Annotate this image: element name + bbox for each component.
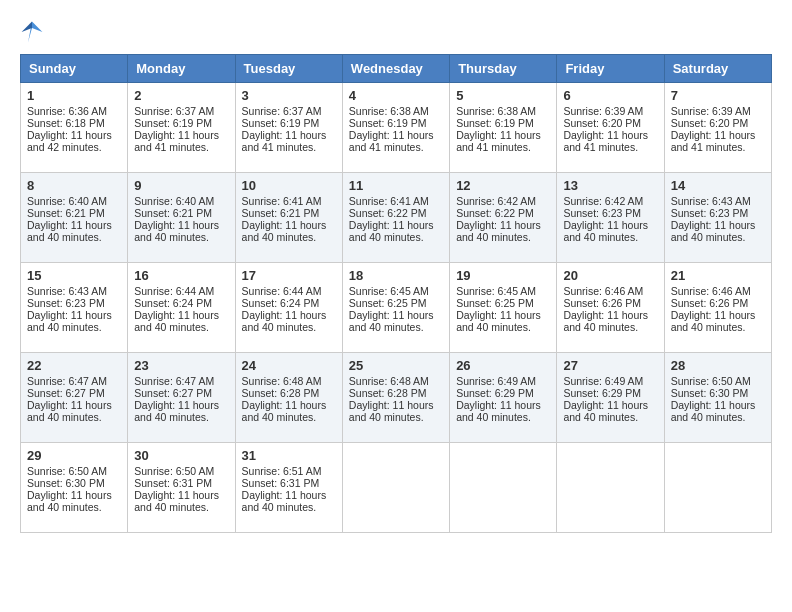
sunrise-label: Sunrise: 6:46 AM <box>671 285 751 297</box>
sunrise-label: Sunrise: 6:45 AM <box>456 285 536 297</box>
calendar-week-row: 22 Sunrise: 6:47 AM Sunset: 6:27 PM Dayl… <box>21 353 772 443</box>
calendar-cell: 30 Sunrise: 6:50 AM Sunset: 6:31 PM Dayl… <box>128 443 235 533</box>
day-number: 8 <box>27 178 121 193</box>
day-number: 24 <box>242 358 336 373</box>
day-number: 2 <box>134 88 228 103</box>
sunset-label: Sunset: 6:24 PM <box>134 297 212 309</box>
sunrise-label: Sunrise: 6:38 AM <box>456 105 536 117</box>
day-number: 13 <box>563 178 657 193</box>
daylight-label: Daylight: 11 hours and 40 minutes. <box>456 309 541 333</box>
daylight-label: Daylight: 11 hours and 41 minutes. <box>242 129 327 153</box>
sunrise-label: Sunrise: 6:44 AM <box>242 285 322 297</box>
day-number: 27 <box>563 358 657 373</box>
sunset-label: Sunset: 6:23 PM <box>563 207 641 219</box>
daylight-label: Daylight: 11 hours and 40 minutes. <box>242 489 327 513</box>
sunset-label: Sunset: 6:30 PM <box>671 387 749 399</box>
calendar-cell: 15 Sunrise: 6:43 AM Sunset: 6:23 PM Dayl… <box>21 263 128 353</box>
sunrise-label: Sunrise: 6:37 AM <box>134 105 214 117</box>
daylight-label: Daylight: 11 hours and 40 minutes. <box>134 399 219 423</box>
daylight-label: Daylight: 11 hours and 40 minutes. <box>456 399 541 423</box>
weekday-header-wednesday: Wednesday <box>342 55 449 83</box>
daylight-label: Daylight: 11 hours and 40 minutes. <box>134 489 219 513</box>
sunrise-label: Sunrise: 6:39 AM <box>563 105 643 117</box>
calendar-cell: 2 Sunrise: 6:37 AM Sunset: 6:19 PM Dayli… <box>128 83 235 173</box>
sunrise-label: Sunrise: 6:48 AM <box>242 375 322 387</box>
sunset-label: Sunset: 6:21 PM <box>27 207 105 219</box>
weekday-header-sunday: Sunday <box>21 55 128 83</box>
weekday-header-friday: Friday <box>557 55 664 83</box>
day-number: 29 <box>27 448 121 463</box>
calendar-cell: 5 Sunrise: 6:38 AM Sunset: 6:19 PM Dayli… <box>450 83 557 173</box>
weekday-header-monday: Monday <box>128 55 235 83</box>
day-number: 12 <box>456 178 550 193</box>
daylight-label: Daylight: 11 hours and 40 minutes. <box>134 309 219 333</box>
calendar-cell: 29 Sunrise: 6:50 AM Sunset: 6:30 PM Dayl… <box>21 443 128 533</box>
day-number: 21 <box>671 268 765 283</box>
daylight-label: Daylight: 11 hours and 40 minutes. <box>671 399 756 423</box>
sunset-label: Sunset: 6:31 PM <box>242 477 320 489</box>
daylight-label: Daylight: 11 hours and 40 minutes. <box>349 399 434 423</box>
sunrise-label: Sunrise: 6:39 AM <box>671 105 751 117</box>
sunset-label: Sunset: 6:25 PM <box>349 297 427 309</box>
calendar-cell: 12 Sunrise: 6:42 AM Sunset: 6:22 PM Dayl… <box>450 173 557 263</box>
calendar-week-row: 8 Sunrise: 6:40 AM Sunset: 6:21 PM Dayli… <box>21 173 772 263</box>
calendar-cell: 20 Sunrise: 6:46 AM Sunset: 6:26 PM Dayl… <box>557 263 664 353</box>
calendar-cell: 1 Sunrise: 6:36 AM Sunset: 6:18 PM Dayli… <box>21 83 128 173</box>
calendar-cell <box>664 443 771 533</box>
daylight-label: Daylight: 11 hours and 41 minutes. <box>349 129 434 153</box>
daylight-label: Daylight: 11 hours and 40 minutes. <box>242 219 327 243</box>
sunset-label: Sunset: 6:19 PM <box>242 117 320 129</box>
day-number: 10 <box>242 178 336 193</box>
logo-icon <box>20 20 44 44</box>
daylight-label: Daylight: 11 hours and 40 minutes. <box>563 219 648 243</box>
calendar-cell: 24 Sunrise: 6:48 AM Sunset: 6:28 PM Dayl… <box>235 353 342 443</box>
daylight-label: Daylight: 11 hours and 40 minutes. <box>27 489 112 513</box>
day-number: 7 <box>671 88 765 103</box>
day-number: 22 <box>27 358 121 373</box>
page-header <box>20 20 772 44</box>
sunrise-label: Sunrise: 6:41 AM <box>242 195 322 207</box>
day-number: 30 <box>134 448 228 463</box>
day-number: 28 <box>671 358 765 373</box>
sunset-label: Sunset: 6:26 PM <box>563 297 641 309</box>
sunrise-label: Sunrise: 6:48 AM <box>349 375 429 387</box>
daylight-label: Daylight: 11 hours and 40 minutes. <box>27 219 112 243</box>
daylight-label: Daylight: 11 hours and 40 minutes. <box>242 399 327 423</box>
calendar-cell: 27 Sunrise: 6:49 AM Sunset: 6:29 PM Dayl… <box>557 353 664 443</box>
calendar-cell: 18 Sunrise: 6:45 AM Sunset: 6:25 PM Dayl… <box>342 263 449 353</box>
sunset-label: Sunset: 6:25 PM <box>456 297 534 309</box>
day-number: 23 <box>134 358 228 373</box>
day-number: 14 <box>671 178 765 193</box>
sunrise-label: Sunrise: 6:42 AM <box>563 195 643 207</box>
sunrise-label: Sunrise: 6:45 AM <box>349 285 429 297</box>
sunset-label: Sunset: 6:21 PM <box>134 207 212 219</box>
calendar-cell: 25 Sunrise: 6:48 AM Sunset: 6:28 PM Dayl… <box>342 353 449 443</box>
calendar-cell: 6 Sunrise: 6:39 AM Sunset: 6:20 PM Dayli… <box>557 83 664 173</box>
calendar-cell: 8 Sunrise: 6:40 AM Sunset: 6:21 PM Dayli… <box>21 173 128 263</box>
daylight-label: Daylight: 11 hours and 40 minutes. <box>671 219 756 243</box>
sunset-label: Sunset: 6:30 PM <box>27 477 105 489</box>
calendar-cell: 16 Sunrise: 6:44 AM Sunset: 6:24 PM Dayl… <box>128 263 235 353</box>
sunrise-label: Sunrise: 6:40 AM <box>134 195 214 207</box>
day-number: 11 <box>349 178 443 193</box>
sunset-label: Sunset: 6:29 PM <box>456 387 534 399</box>
calendar-cell <box>342 443 449 533</box>
day-number: 16 <box>134 268 228 283</box>
day-number: 5 <box>456 88 550 103</box>
daylight-label: Daylight: 11 hours and 40 minutes. <box>563 309 648 333</box>
daylight-label: Daylight: 11 hours and 41 minutes. <box>134 129 219 153</box>
sunrise-label: Sunrise: 6:37 AM <box>242 105 322 117</box>
calendar-cell: 23 Sunrise: 6:47 AM Sunset: 6:27 PM Dayl… <box>128 353 235 443</box>
daylight-label: Daylight: 11 hours and 40 minutes. <box>563 399 648 423</box>
calendar-cell: 19 Sunrise: 6:45 AM Sunset: 6:25 PM Dayl… <box>450 263 557 353</box>
sunset-label: Sunset: 6:19 PM <box>349 117 427 129</box>
calendar-cell: 4 Sunrise: 6:38 AM Sunset: 6:19 PM Dayli… <box>342 83 449 173</box>
calendar-week-row: 29 Sunrise: 6:50 AM Sunset: 6:30 PM Dayl… <box>21 443 772 533</box>
sunrise-label: Sunrise: 6:47 AM <box>27 375 107 387</box>
calendar-cell <box>450 443 557 533</box>
sunrise-label: Sunrise: 6:36 AM <box>27 105 107 117</box>
daylight-label: Daylight: 11 hours and 42 minutes. <box>27 129 112 153</box>
day-number: 1 <box>27 88 121 103</box>
weekday-header-saturday: Saturday <box>664 55 771 83</box>
daylight-label: Daylight: 11 hours and 40 minutes. <box>349 219 434 243</box>
